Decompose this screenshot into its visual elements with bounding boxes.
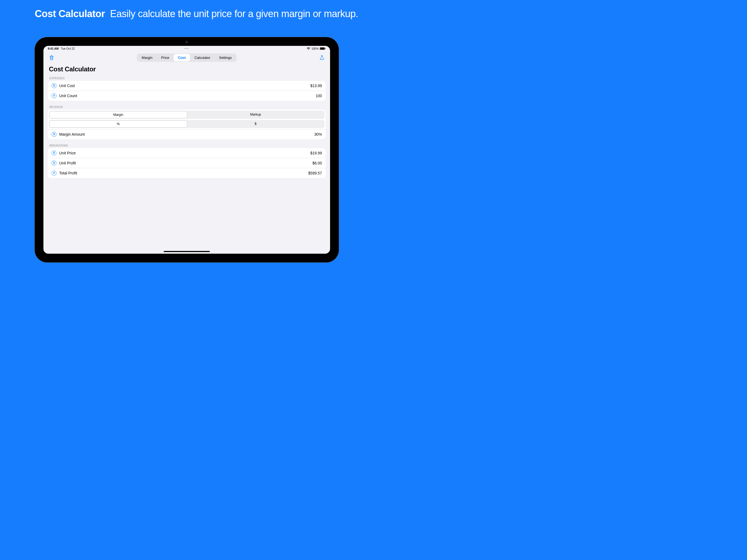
dollar-icon: $ xyxy=(52,151,56,156)
svg-rect-1 xyxy=(320,48,325,50)
margin-markup-toggle: Margin Markup xyxy=(49,111,325,119)
breakdown-group: $ Unit Price $19.99 $ Unit Profit $6.00 … xyxy=(48,148,326,178)
hash-icon: # xyxy=(52,93,56,98)
tab-price[interactable]: Price xyxy=(157,54,174,61)
status-time: 9:41 AM xyxy=(48,47,59,50)
margin-amount-row[interactable]: $ Margin Amount 30% xyxy=(48,129,326,139)
toggle-option-percent[interactable]: % xyxy=(49,121,187,128)
dollar-icon: $ xyxy=(52,83,56,88)
unit-cost-row[interactable]: $ Unit Cost $13.99 xyxy=(48,81,326,90)
unit-cost-label: Unit Cost xyxy=(59,84,75,88)
multitask-dots-icon: ••• xyxy=(185,47,189,50)
unit-price-value: $19.99 xyxy=(310,151,322,155)
total-profit-row: # Total Profit $599.57 xyxy=(48,168,326,178)
tab-bar: Margin Price Cost Calculator Settings xyxy=(137,53,237,62)
status-battery-text: 100% xyxy=(311,47,319,50)
share-button[interactable] xyxy=(319,55,325,60)
hash-icon: # xyxy=(52,171,56,176)
dollar-icon: $ xyxy=(52,132,56,137)
trash-icon xyxy=(49,55,54,60)
wifi-icon xyxy=(307,47,310,50)
toggle-option-markup[interactable]: Markup xyxy=(187,111,324,118)
margin-amount-value: 30% xyxy=(314,132,322,136)
unit-count-label: Unit Count xyxy=(59,94,77,98)
promo-headline: Cost Calculator Easily calculate the uni… xyxy=(35,8,374,20)
breakdown-header: BREAKDOWN xyxy=(48,144,326,148)
tab-calculator[interactable]: Calculator xyxy=(190,54,215,61)
toggle-option-dollar[interactable]: $ xyxy=(187,121,324,128)
trash-button[interactable] xyxy=(49,55,54,60)
svg-rect-2 xyxy=(325,48,326,49)
unit-count-value: 100 xyxy=(316,94,322,98)
battery-icon xyxy=(320,47,326,50)
home-indicator[interactable] xyxy=(164,251,210,252)
unit-price-row: $ Unit Price $19.99 xyxy=(48,148,326,158)
toggle-option-margin[interactable]: Margin xyxy=(49,111,187,118)
tab-settings[interactable]: Settings xyxy=(215,54,236,61)
revenue-header: REVENUE xyxy=(48,106,326,110)
tab-cost[interactable]: Cost xyxy=(174,54,190,61)
share-icon xyxy=(319,55,325,60)
unit-cost-value: $13.99 xyxy=(310,84,322,88)
promo-title: Cost Calculator xyxy=(35,8,105,19)
promo-subtitle: Easily calculate the unit price for a gi… xyxy=(110,8,358,19)
unit-price-label: Unit Price xyxy=(59,151,76,155)
total-profit-label: Total Profit xyxy=(59,171,77,175)
device-camera xyxy=(186,41,188,43)
toolbar: Margin Price Cost Calculator Settings xyxy=(44,51,330,64)
page-title: Cost Calculator xyxy=(48,65,326,73)
unit-profit-label: Unit Profit xyxy=(59,161,76,165)
tab-margin[interactable]: Margin xyxy=(137,54,157,61)
content-area: Cost Calculator EXPENSES $ Unit Cost $13… xyxy=(44,64,330,254)
expenses-header: EXPENSES xyxy=(48,77,326,81)
expenses-group: $ Unit Cost $13.99 # Unit Count 100 xyxy=(48,81,326,101)
margin-amount-label: Margin Amount xyxy=(59,132,85,136)
unit-profit-value: $6.00 xyxy=(312,161,322,165)
revenue-group: Margin Markup % $ $ Margin Amount 30% xyxy=(48,110,326,139)
percent-dollar-toggle: % $ xyxy=(49,120,325,128)
unit-profit-row: $ Unit Profit $6.00 xyxy=(48,158,326,168)
total-profit-value: $599.57 xyxy=(308,171,322,175)
dollar-icon: $ xyxy=(52,161,56,165)
device-mock: ••• 9:41 AM Tue Oct 22 100% xyxy=(35,37,339,262)
unit-count-row[interactable]: # Unit Count 100 xyxy=(48,90,326,101)
status-date: Tue Oct 22 xyxy=(61,47,75,50)
